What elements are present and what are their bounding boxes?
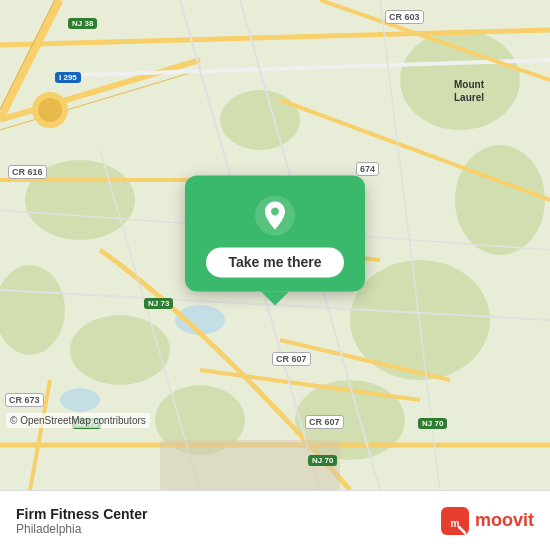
road-label-cr673: CR 673	[5, 393, 44, 407]
svg-point-11	[60, 388, 100, 412]
road-label-cr616: CR 616	[8, 165, 47, 179]
moovit-logo[interactable]: m moovit	[439, 505, 534, 537]
svg-point-9	[220, 90, 300, 150]
road-label-cr607-2: CR 607	[305, 415, 344, 429]
take-me-there-button[interactable]: Take me there	[206, 247, 343, 277]
road-label-674: 674	[356, 162, 379, 176]
place-name: Firm Fitness Center	[16, 506, 147, 522]
road-label-cr603: CR 603	[385, 10, 424, 24]
moovit-text-label: moovit	[475, 510, 534, 531]
popup-card: Take me there	[185, 175, 365, 291]
svg-point-31	[38, 98, 62, 122]
road-label-nj70-2: NJ 70	[308, 455, 337, 466]
map-container: NJ 38 CR 603 I 295 CR 616 674 CR 674 NJ …	[0, 0, 550, 490]
road-label-cr607-1: CR 607	[272, 352, 311, 366]
place-info: Firm Fitness Center Philadelphia	[16, 506, 147, 536]
location-pin-icon	[253, 193, 297, 237]
svg-point-3	[70, 315, 170, 385]
road-label-nj73-1: NJ 73	[144, 298, 173, 309]
copyright-text: © OpenStreetMap contributors	[6, 413, 150, 428]
road-label-nj38: NJ 38	[68, 18, 97, 29]
moovit-icon: m	[439, 505, 471, 537]
bottom-bar: Firm Fitness Center Philadelphia m moovi…	[0, 490, 550, 550]
place-label-mount-laurel: MountLaurel	[454, 78, 484, 104]
road-label-nj70-1: NJ 70	[418, 418, 447, 429]
svg-point-5	[455, 145, 545, 255]
road-label-i295: I 295	[55, 72, 81, 83]
place-city: Philadelphia	[16, 522, 147, 536]
